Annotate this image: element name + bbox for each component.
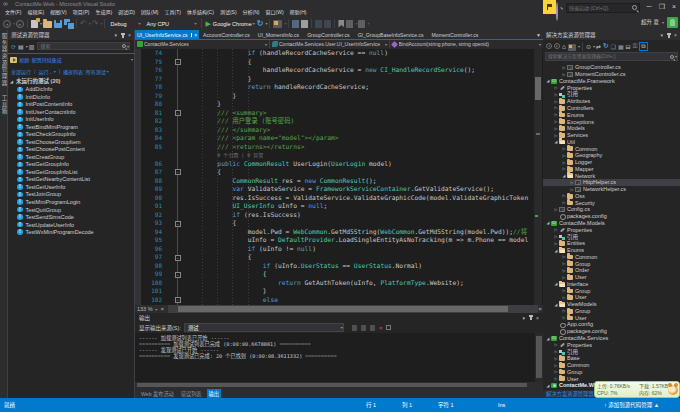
playlist-link[interactable]: 播放列表: 所有测试	[63, 68, 106, 75]
properties-icon[interactable]: ⚿	[633, 43, 638, 50]
redo-dropdown-icon[interactable]: ▾	[100, 21, 102, 26]
tree-item[interactable]: ▷ MomentController.cs	[543, 71, 680, 78]
tree-item[interactable]: ▷ Common	[543, 362, 680, 369]
menu-item[interactable]: 生成(B)	[92, 8, 115, 17]
navigate-to-icon[interactable]	[301, 20, 308, 28]
banner-link[interactable]: 视频: 配置持续集成	[19, 56, 62, 63]
tree-item[interactable]: ▷ Config.cs	[543, 206, 680, 213]
tree-item[interactable]: packages.config	[543, 328, 680, 335]
tree-item[interactable]: ▷ Common	[543, 145, 680, 152]
bottom-panel-tab[interactable]: Web 发布活动	[139, 389, 176, 398]
project-dropdown[interactable]: ContactMe.Services ▾	[135, 40, 270, 48]
test-list-item[interactable]: ! TestCheckGroupInfo	[8, 131, 135, 139]
word-wrap-icon[interactable]	[386, 325, 391, 330]
run-after-build-icon[interactable]: ⟳	[11, 43, 16, 50]
tree-item[interactable]: ▷ 引用	[543, 348, 680, 355]
comment-icon[interactable]	[346, 20, 353, 28]
test-list-item[interactable]: ! TestGetUserInfo	[8, 183, 135, 191]
tree-item[interactable]: ◢ Network	[543, 172, 680, 179]
tree-item[interactable]: packages.config	[543, 213, 680, 220]
code-text[interactable]: if (handleRecordCacheService == null) { …	[187, 49, 534, 304]
document-tab[interactable]: GroupController.cs ×	[303, 30, 353, 39]
tree-item[interactable]: ▷ Order	[543, 267, 680, 274]
zoom-level-dropdown[interactable]: 133 % ▾	[135, 306, 159, 312]
tree-item[interactable]: ▷ Group	[543, 308, 680, 315]
pending-changes-filter-icon[interactable]: ⊙	[586, 43, 591, 50]
menu-item[interactable]: 分析(N)	[240, 8, 263, 17]
maximize-button[interactable]: ❐	[657, 2, 667, 12]
tree-item[interactable]: ◢ ContactMe.Services	[543, 335, 680, 342]
tree-item[interactable]: ◢ ContactMe.Framework	[543, 78, 680, 85]
close-icon[interactable]: ×	[536, 315, 539, 321]
quick-launch-box[interactable]	[566, 3, 640, 13]
test-list-item[interactable]: ! TestMiniProgramLogin	[8, 198, 135, 206]
tree-item[interactable]: ▷ 引用	[543, 91, 680, 98]
tree-item[interactable]: App.config	[543, 321, 680, 328]
tab-overflow-icon[interactable]: ▼	[536, 32, 541, 38]
menu-item[interactable]: 编辑(E)	[24, 8, 47, 17]
nest-files-icon[interactable]: ❏	[611, 43, 616, 50]
window-position-icon[interactable]: ▾	[523, 315, 526, 321]
solution-platform-dropdown[interactable]: Any CPU▾	[143, 18, 199, 29]
close-icon[interactable]: ×	[674, 30, 677, 40]
navigate-back-dropdown-icon[interactable]: ▾	[13, 21, 15, 26]
test-list-item[interactable]: ! TestGetGroupInfo	[8, 161, 135, 169]
test-list-item[interactable]: ! TestUpdateUserInfo	[8, 221, 135, 229]
add-to-source-control-button[interactable]: ↑ 添加到源代码管理 ▲	[604, 398, 659, 412]
tree-item[interactable]: ▷ Group	[543, 368, 680, 375]
pin-icon[interactable]	[191, 33, 193, 37]
navigate-forward-icon[interactable]: ▸	[16, 20, 24, 28]
undo-icon[interactable]: ↶	[80, 18, 87, 29]
solution-search-box[interactable]: ▾	[545, 52, 678, 61]
test-list-item[interactable]: ! TestBindMiniProgram	[8, 123, 135, 131]
pin-icon[interactable]	[122, 33, 124, 38]
step-over-icon[interactable]	[324, 20, 331, 28]
output-source-dropdown[interactable]: 测试 ▾	[184, 323, 344, 332]
previous-message-icon[interactable]	[361, 325, 366, 331]
menu-item[interactable]: 团队(M)	[138, 8, 162, 17]
test-list-item[interactable]: ! InitUserContacntInfo	[8, 108, 135, 116]
test-list-item[interactable]: ! TestGetNearbyContentList	[8, 176, 135, 184]
start-debugging-button[interactable]: ▶ Google Chrome ▾	[205, 18, 254, 29]
test-list-item[interactable]: ! TestChoosePostContent	[8, 146, 135, 154]
banner-dismiss-icon[interactable]: ▾	[131, 57, 133, 62]
chevron-down-icon[interactable]: ▾	[539, 42, 541, 47]
fold-collapse-icon[interactable]: -	[175, 59, 181, 65]
test-list-item[interactable]: ! InitDicInfo	[8, 93, 135, 101]
test-list-item[interactable]: ! InitPostContentInfo	[8, 101, 135, 109]
signed-in-user[interactable]: 超升 夏 ▾	[641, 16, 678, 28]
tree-item[interactable]: ◢ ViewModels	[543, 301, 680, 308]
fold-collapse-icon[interactable]: -	[175, 169, 181, 175]
save-icon[interactable]	[54, 20, 62, 28]
output-log[interactable]: ------ 加载测试列表已开始 ------========== 加载测试列表…	[135, 333, 535, 382]
document-tab[interactable]: UI_UserInfoService.cs ×	[135, 30, 199, 39]
refresh-icon[interactable]: ↻	[603, 42, 608, 50]
run-target-dropdown-icon[interactable]: ▾	[253, 21, 255, 26]
tree-item[interactable]: ▷ Exceptions	[543, 118, 680, 125]
tree-item[interactable]: ▷ Group	[543, 260, 680, 267]
tree-item[interactable]: ▷ GroupController.cs	[543, 64, 680, 71]
menu-item[interactable]: 帮助(H)	[287, 8, 310, 17]
test-list-item[interactable]: ! TestCreatGroup	[8, 153, 135, 161]
run-menu-link[interactable]: 运行...	[38, 68, 52, 75]
menu-item[interactable]: 视图(V)	[47, 8, 70, 17]
tree-item[interactable]: ◢ Interface	[543, 281, 680, 288]
collapse-all-icon[interactable]: ⊟	[626, 43, 631, 50]
sync-with-active-document-icon[interactable]: ⇄	[596, 43, 601, 50]
home-icon[interactable]: ⌂	[562, 43, 566, 50]
chevron-down-icon[interactable]: ▾	[385, 42, 387, 47]
open-file-icon[interactable]	[43, 21, 52, 28]
fold-collapse-icon[interactable]: -	[175, 272, 181, 278]
tree-item[interactable]: ◢ ContactMe.Models	[543, 220, 680, 227]
preview-selected-items-icon[interactable]: ⧉	[639, 42, 647, 51]
columns-icon[interactable]: ▥	[29, 43, 35, 50]
notifications-flag-button[interactable]	[543, 0, 556, 14]
document-tab[interactable]: AccountController.cs ×	[199, 30, 254, 39]
test-list-item[interactable]: ! TestSendSimsCode	[8, 213, 135, 221]
switch-views-icon[interactable]	[568, 44, 576, 51]
chevron-down-icon[interactable]: ▾	[265, 42, 267, 47]
bottom-panel-tab[interactable]: 错误列表	[179, 389, 204, 398]
test-list-item[interactable]: ! TestGetGroupInfoList	[8, 168, 135, 176]
fold-collapse-icon[interactable]: -	[175, 255, 181, 261]
menu-item[interactable]: 项目(P)	[70, 8, 93, 17]
